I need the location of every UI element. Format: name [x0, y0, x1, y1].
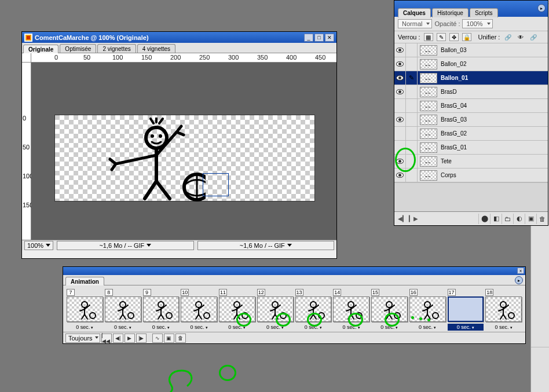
tab-optimisee[interactable]: Optimisée	[60, 44, 96, 53]
tab-4vignettes[interactable]: 4 vignettes	[137, 44, 175, 53]
prev-frame-button[interactable]: ◀|	[113, 334, 123, 343]
frame-cell[interactable]: 80 sec.▾	[105, 289, 141, 331]
frame-cell[interactable]: 150 sec.▾	[371, 289, 408, 331]
frame-nav-icons[interactable]: ◀▎ ▎▶	[398, 215, 418, 222]
animation-menu-icon[interactable]: ▸	[515, 276, 523, 284]
animation-titlebar[interactable]: x	[63, 267, 525, 275]
tab-2vignettes[interactable]: 2 vignettes	[97, 44, 136, 53]
visibility-toggle[interactable]	[394, 127, 406, 140]
tab-scripts[interactable]: Scripts	[470, 8, 498, 17]
layer-row[interactable]: ╍╍Corps	[394, 168, 548, 182]
lock-all-icon[interactable]: 🔒	[462, 33, 471, 41]
link-cell[interactable]	[406, 127, 418, 140]
panel-menu-icon[interactable]: ▸	[537, 4, 546, 12]
stat-left[interactable]: ~1,6 Mo / -- GIF	[57, 241, 193, 250]
frame-thumb[interactable]	[295, 296, 332, 322]
layer-row[interactable]: ╍╍Tete	[394, 155, 548, 168]
frame-thumb[interactable]	[371, 296, 408, 322]
frame-cell[interactable]: 120 sec.▾	[257, 289, 294, 331]
frame-delay[interactable]: 0 sec.▾	[448, 324, 484, 331]
visibility-toggle[interactable]	[394, 141, 406, 154]
frame-cell[interactable]: 140 sec.▾	[333, 289, 369, 331]
link-cell[interactable]	[406, 168, 418, 182]
mask-icon[interactable]: ◧	[490, 214, 502, 224]
fx-icon[interactable]: ⬤	[478, 214, 490, 224]
frame-thumb[interactable]	[143, 296, 180, 322]
blend-mode-select[interactable]: Normal	[398, 19, 432, 28]
layer-row[interactable]: ╍╍BrasD	[394, 85, 548, 99]
frame-thumb[interactable]	[181, 296, 217, 322]
visibility-toggle[interactable]	[394, 43, 406, 57]
frame-thumb[interactable]	[105, 296, 141, 322]
ruler-vertical[interactable]: 0 50 100 150	[22, 63, 31, 240]
play-button[interactable]: ▶	[125, 334, 135, 343]
layer-row[interactable]: ╍╍BrasG_04	[394, 99, 548, 113]
layer-row[interactable]: ╍╍Ballon_03	[394, 43, 548, 57]
frame-delay[interactable]: 0 sec.▾	[67, 324, 103, 331]
frame-cell[interactable]: 100 sec.▾	[181, 289, 217, 331]
panel-titlebar[interactable]: Calques Historique Scripts ▸	[394, 1, 548, 17]
link-cell[interactable]	[406, 85, 418, 98]
maximize-button[interactable]: □	[314, 34, 324, 42]
frame-delay[interactable]: 0 sec.▾	[143, 324, 180, 331]
canvas[interactable]	[31, 63, 336, 240]
link-cell[interactable]	[406, 57, 418, 71]
frame-delay[interactable]: 0 sec.▾	[485, 324, 522, 331]
frame-cell[interactable]: 90 sec.▾	[143, 289, 180, 331]
frame-thumb[interactable]	[409, 296, 446, 322]
frame-cell[interactable]: 170 sec.▾	[448, 289, 484, 331]
layer-row[interactable]: ╍╍BrasG_02	[394, 127, 548, 141]
new-layer-icon[interactable]: ▣	[525, 214, 536, 224]
visibility-toggle[interactable]	[394, 57, 406, 71]
ruler-horizontal[interactable]: 0 50 100 150 200 250 300 350 400 450	[31, 53, 336, 63]
visibility-toggle[interactable]	[394, 71, 406, 85]
tab-calques[interactable]: Calques	[398, 8, 431, 17]
minimize-button[interactable]: _	[304, 34, 313, 42]
frame-cell[interactable]: 130 sec.▾	[295, 289, 332, 331]
frame-delay[interactable]: 0 sec.▾	[333, 324, 369, 331]
visibility-toggle[interactable]	[394, 113, 406, 126]
frame-cell[interactable]: 160 sec.▾	[409, 289, 446, 331]
close-button[interactable]: ✕	[325, 34, 334, 42]
loop-selector[interactable]: Toujours	[65, 334, 100, 343]
unify-style-icon[interactable]: 🔗	[529, 33, 538, 41]
tween-button[interactable]: ∿	[152, 334, 163, 343]
delete-frame-button[interactable]: 🗑	[175, 334, 186, 343]
link-cell[interactable]	[406, 155, 418, 168]
frame-delay[interactable]: 0 sec.▾	[295, 324, 332, 331]
stat-right[interactable]: ~1,6 Mo / -- GIF	[197, 241, 334, 250]
titlebar[interactable]: ComentCaMarche @ 100% (Originale) _ □ ✕	[22, 32, 336, 43]
tab-animation[interactable]: Animation	[65, 277, 104, 285]
link-cell[interactable]	[406, 43, 418, 57]
lock-transparent-icon[interactable]: ▦	[424, 33, 433, 41]
visibility-toggle[interactable]	[394, 85, 406, 98]
next-frame-button[interactable]: |▶	[136, 334, 147, 343]
frame-thumb[interactable]	[257, 296, 294, 322]
artboard[interactable]	[54, 115, 315, 202]
frame-delay[interactable]: 0 sec.▾	[181, 324, 217, 331]
layer-row[interactable]: ╍╍BrasG_01	[394, 141, 548, 155]
adjust-icon[interactable]: ◐	[513, 214, 525, 224]
lock-paint-icon[interactable]: ✎	[437, 33, 446, 41]
first-frame-button[interactable]: |◀◀	[101, 334, 112, 343]
layer-row[interactable]: ╍╍BrasG_03	[394, 113, 548, 127]
link-cell[interactable]: ✎	[406, 71, 418, 85]
frame-cell[interactable]: 180 sec.▾	[485, 289, 522, 331]
frame-thumb[interactable]	[67, 296, 103, 322]
trash-icon[interactable]: 🗑	[536, 214, 548, 224]
frame-delay[interactable]: 0 sec.▾	[371, 324, 408, 331]
visibility-toggle[interactable]	[394, 155, 406, 168]
visibility-toggle[interactable]	[394, 168, 406, 182]
frame-thumb[interactable]	[485, 296, 522, 322]
tab-historique[interactable]: Historique	[432, 8, 469, 17]
ruler-origin[interactable]	[22, 53, 31, 63]
frame-thumb[interactable]	[448, 296, 484, 322]
frame-delay[interactable]: 0 sec.▾	[105, 324, 141, 331]
frame-thumb[interactable]	[219, 296, 255, 322]
unify-position-icon[interactable]: 🔗	[503, 33, 513, 41]
frame-cell[interactable]: 70 sec.▾	[67, 289, 103, 331]
link-cell[interactable]	[406, 113, 418, 126]
folder-icon[interactable]: 🗀	[502, 214, 513, 224]
frame-delay[interactable]: 0 sec.▾	[219, 324, 255, 331]
frame-delay[interactable]: 0 sec.▾	[409, 324, 446, 331]
